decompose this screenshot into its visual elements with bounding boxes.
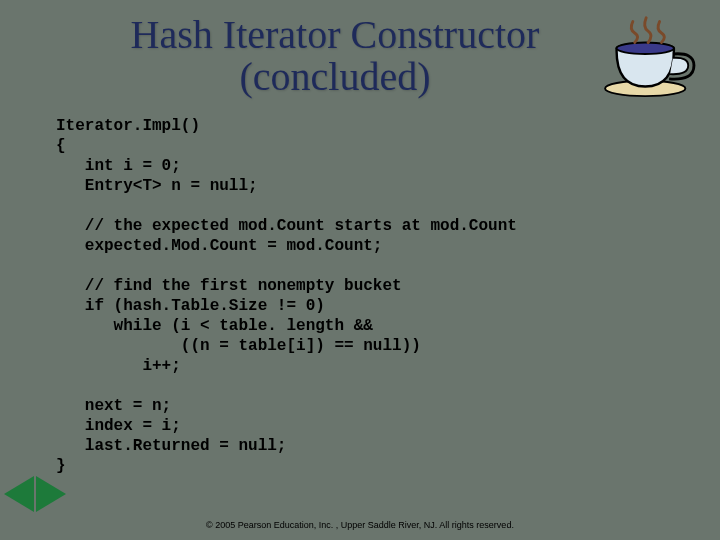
slide: Hash Iterator Constructor (concluded) It… (0, 0, 720, 540)
copyright-text: © 2005 Pearson Education, Inc. , Upper S… (0, 520, 720, 530)
java-cup-icon (602, 12, 698, 98)
next-arrow-icon[interactable] (36, 476, 66, 512)
title-line-1: Hash Iterator Constructor (131, 12, 540, 57)
svg-point-1 (617, 43, 674, 54)
nav-controls (4, 476, 66, 512)
slide-title: Hash Iterator Constructor (concluded) (50, 14, 680, 98)
code-block: Iterator.Impl() { int i = 0; Entry<T> n … (56, 116, 680, 476)
prev-arrow-icon[interactable] (4, 476, 34, 512)
title-line-2: (concluded) (239, 54, 430, 99)
